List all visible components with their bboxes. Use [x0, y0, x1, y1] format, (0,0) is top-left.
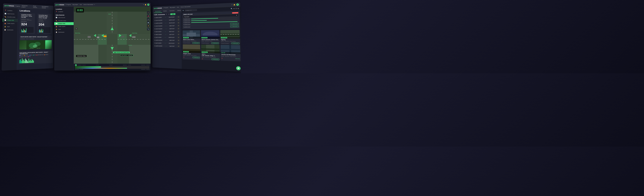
- gallery-item-4[interactable]: Bulgaria, Varna PROCESSED Bulgaria, Varn…: [182, 45, 200, 60]
- gallery-search-input[interactable]: [184, 9, 197, 12]
- time-label-5: 06/26/2021 - 15:26:43: [141, 65, 149, 66]
- tooltip-east-entry: EAST ENTRY > South ExIt: [120, 54, 133, 56]
- process-action-3[interactable]: ↻ PROCESS: [231, 43, 240, 44]
- center-topbar: goodvision ⬡ Projects › My project › new…: [54, 3, 150, 7]
- sidebar-item-datasources[interactable]: 📊 Data Sources: [3, 12, 18, 16]
- gallery-item-5[interactable]: Colorado bridge PROCESSED 1007-S-LIVE_co…: [201, 45, 220, 61]
- map-area: West Entry East Entry North South East E…: [74, 7, 150, 71]
- movement-item-11[interactable]: F1 NORTH ENTRY EAST EXIT ≡: [154, 45, 180, 48]
- process-btn-1[interactable]: ↻ PROCESS: [230, 23, 239, 25]
- settings-icon[interactable]: ⚙: [168, 14, 170, 15]
- process-action-4[interactable]: ↻ PROCESS: [192, 57, 200, 58]
- gallery-panel: 🔍 🔍 ⚙ ☰ ⊞ VIDEO UPLOAD Cancel all: [182, 7, 241, 72]
- bar: [22, 29, 22, 33]
- svg-rect-8: [129, 43, 150, 66]
- movement-item-3[interactable]: F1 NORTH ENTRY SOUTH EXIT ≡: [154, 22, 180, 25]
- gallery-item-1[interactable]: Ski slope survey PROCESSED Belarus_Brest…: [182, 30, 200, 44]
- avatar[interactable]: G: [147, 4, 149, 6]
- notification-icon[interactable]: 🔔: [145, 4, 146, 6]
- center-nav-dashboards[interactable]: 📋 Dashboards: [54, 31, 74, 34]
- list-icon[interactable]: ☰: [235, 8, 237, 9]
- vault-icon: 🔒: [4, 26, 6, 27]
- tab-scenarios[interactable]: Scenarios: [168, 9, 176, 13]
- logo-left: goodvision: [4, 5, 14, 7]
- map-btn-6[interactable]: 🔧: [147, 28, 150, 31]
- movement-to-5: EAST EXIT: [170, 28, 174, 29]
- export-icon: 📤: [4, 23, 6, 24]
- movement-item-2[interactable]: F1 SOUTH ENTRY NORTH EXIT ≡: [154, 18, 180, 22]
- upload-name-4: TU2000411814: [183, 24, 190, 25]
- map-btn-4[interactable]: 🚌: [147, 21, 150, 24]
- tab-events[interactable]: Events: [162, 10, 168, 13]
- distribution-card: EAST ENTRY, SOUTH ENTRY, WEST ENTRY - OB…: [18, 51, 52, 64]
- process-btn-2[interactable]: ↻ PROCESS: [230, 26, 239, 27]
- filter-icon[interactable]: 🔍: [231, 8, 233, 10]
- process-action-1[interactable]: ↻ PROCESS: [192, 42, 200, 44]
- map-btn-5[interactable]: ⚡: [147, 25, 150, 27]
- gallery-item-3[interactable]: Highway PROCESSED Highway Narvik · 156:3…: [220, 30, 240, 45]
- center-nav-describe[interactable]: ✏️ Describe scene: [54, 19, 74, 22]
- map-btn-2[interactable]: 🚗: [147, 15, 150, 17]
- right-avatar[interactable]: G: [236, 3, 239, 6]
- movement-item-5[interactable]: F1 SOUTH ENTRY EAST EXIT ≡: [154, 27, 180, 30]
- tooltip-apple-avenue: Apple Avenue and Smith Road: [113, 52, 130, 53]
- analyse-btn-6[interactable]: ANALYSE: [235, 58, 240, 59]
- upload-name-3: TU2000411814: [183, 22, 190, 23]
- right-notification-icon[interactable]: 🔔: [234, 4, 235, 6]
- movement-arrow-7: [165, 34, 166, 35]
- timeline-track-main[interactable]: [75, 66, 149, 68]
- movement-item-7[interactable]: F1 WEST ENTRY EAST EXIT ≡: [154, 33, 180, 36]
- gallery-item-2[interactable]: Narvik live PROCESSED Narvik_kommune_Sen…: [201, 30, 220, 45]
- grid-icon[interactable]: ⊞: [238, 8, 239, 9]
- movement-to-1: SOUTH EXIT: [169, 17, 174, 18]
- sidebar-item-vault[interactable]: 🔒 Vault: [2, 25, 18, 29]
- movement-item-4[interactable]: F1 SOUTH ENTRY WEST EXIT ≡: [154, 24, 180, 27]
- legend-car: CAR: [33, 55, 36, 56]
- center-nav-locations[interactable]: 📍 Locations: [54, 10, 74, 13]
- tab-movements[interactable]: Movements: [154, 10, 162, 13]
- map-btn-1[interactable]: 🚶: [147, 11, 150, 14]
- card-label-1: Total Volume: [21, 21, 34, 22]
- center-nav-exports[interactable]: 📤 Traffic exports: [54, 25, 74, 28]
- movement-arrow-9: [165, 40, 166, 41]
- movement-arrow-6: [165, 31, 166, 32]
- sidebar-item-analyse[interactable]: 📈 Analyse data: [3, 18, 18, 22]
- gallery-item-6[interactable]: Junction OD ANALYSE Junction OD PROCESSE…: [220, 45, 241, 61]
- progress-fill-2: [191, 20, 206, 21]
- map-btn-3[interactable]: 🚲: [147, 18, 150, 21]
- movement-item-6[interactable]: F1 EAST ENTRY WEST EXIT ≡: [154, 30, 180, 33]
- settings2-icon[interactable]: ⚙: [233, 8, 235, 10]
- gallery-overlay-1: PROCESSED: [182, 37, 200, 39]
- center-nav-analyse[interactable]: 📈 Analyse data: [54, 22, 74, 25]
- sidebar-item-traffic-exports[interactable]: 📤 Traffic exports: [3, 22, 18, 25]
- movement-icon-6: ≡: [178, 31, 180, 32]
- timeline-track-secondary[interactable]: [75, 68, 149, 69]
- movement-item-8[interactable]: F1 EAST ENTRY NORTH EXIT ≡: [154, 36, 180, 39]
- sidebar-item-dashboards[interactable]: 📋 Dashboards: [2, 28, 18, 32]
- movement-icon-3: ≡: [178, 22, 179, 24]
- movement-from-10: F1 EAST ENTRY: [154, 43, 162, 44]
- legend-truck: TRUCK: [44, 54, 48, 55]
- movement-item-10[interactable]: F1 EAST ENTRY SOUTH EXIT ≡: [154, 42, 180, 45]
- chat-bubble-button[interactable]: 💬: [236, 66, 240, 70]
- cancel-all-button[interactable]: Cancel all: [232, 12, 238, 14]
- tab-metrics[interactable]: Metrics: [176, 9, 182, 12]
- status-badge-5: PROCESSED: [202, 52, 208, 53]
- right-help-icon[interactable]: ?: [232, 4, 232, 6]
- center-nav-label-exports: Traffic exports: [58, 26, 65, 27]
- new-movement-button[interactable]: + NEW: [170, 13, 176, 15]
- status-badge-3: PROCESSED: [221, 37, 227, 38]
- center-nav-vault[interactable]: 🔒 Vault: [54, 28, 74, 31]
- play-btn[interactable]: ▶: [75, 64, 77, 66]
- gallery-footer-1: 0 hours 8 minutes ↻ PROCESS: [182, 42, 200, 44]
- heatmap-card: SOUTH ENTRY, WEST ENTRY - HOLDUP HEATMAP…: [19, 36, 52, 50]
- center-nav-datasources[interactable]: 📊 Data Sources: [54, 16, 74, 19]
- map-icon-bar: 🚶 🚗 🚲 🚌 ⚡ 🔧: [147, 11, 150, 31]
- timer-badge: 0:03: [76, 8, 84, 13]
- process-action-5[interactable]: ↻ PROCESS: [212, 59, 219, 60]
- sidebar-item-describe[interactable]: ✏️ Describe scene: [3, 15, 18, 19]
- gallery-overlay-3: PROCESSED: [220, 37, 240, 39]
- movement-item-9[interactable]: F1 NORTH ENTRY WEST EXIT ≡: [154, 39, 180, 42]
- help-icon[interactable]: ?: [143, 4, 144, 6]
- process-action-2[interactable]: ↻ PROCESS: [211, 42, 219, 44]
